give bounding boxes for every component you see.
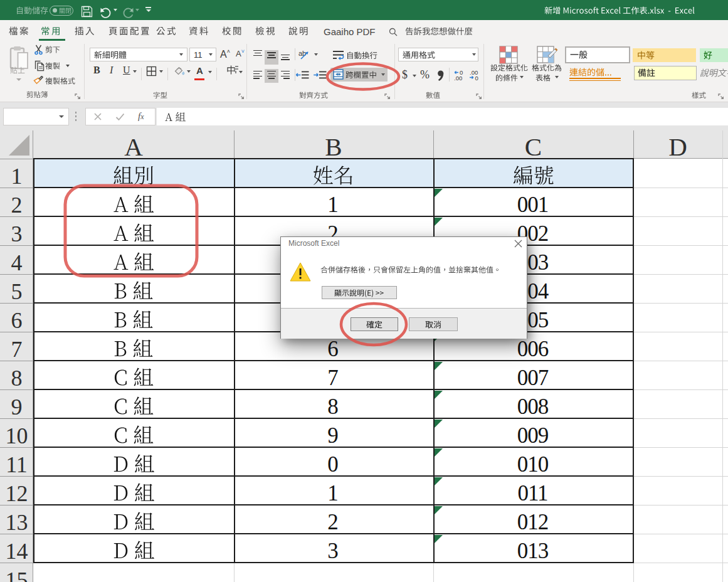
svg-text:0: 0 [475,75,478,81]
svg-text:ab: ab [298,50,306,57]
svg-text:.00: .00 [454,75,462,81]
